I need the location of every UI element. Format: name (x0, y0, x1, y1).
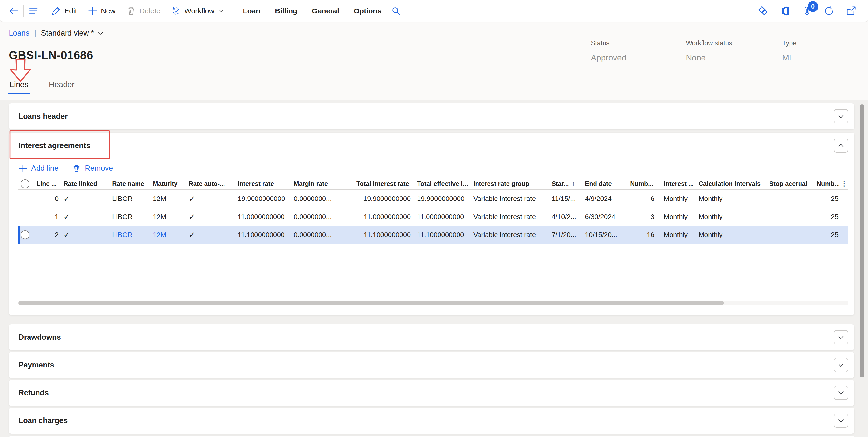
col-rate-linked[interactable]: Rate linked (61, 178, 110, 190)
cell-rate-linked[interactable]: ✓ (61, 226, 110, 244)
cell-total-interest-rate[interactable]: 11.0000000000 (354, 208, 413, 226)
cell-rate-name-link[interactable]: LIBOR (110, 226, 150, 244)
payments-head[interactable]: Payments (9, 352, 854, 378)
cell-interest-period[interactable]: Monthly (657, 208, 695, 226)
grid-horizontal-scrollbar[interactable] (18, 301, 848, 305)
select-all-header[interactable] (18, 178, 34, 190)
refunds-expand-button[interactable] (834, 386, 848, 400)
cell-rate-name[interactable]: LIBOR (110, 208, 150, 226)
cell-interest-rate[interactable]: 11.1000000000 (235, 226, 286, 244)
search-button[interactable] (389, 3, 403, 19)
cell-line-number[interactable]: 1 (34, 208, 61, 226)
cell-number-1[interactable]: 16 (628, 226, 657, 244)
col-margin-rate[interactable]: Margin rate (286, 178, 354, 190)
col-total-interest-rate[interactable]: Total interest rate (354, 178, 413, 190)
cell-start-date[interactable]: 7/1/20... (549, 226, 583, 244)
cell-number-2[interactable]: 25 (814, 190, 841, 208)
cell-total-effective[interactable]: 11.0000000000 (413, 208, 471, 226)
cell-maturity-link[interactable]: 12M (150, 226, 186, 244)
cell-rate-auto[interactable]: ✓ (186, 226, 235, 244)
col-calculation-intervals[interactable]: Calculation intervals (695, 178, 765, 190)
cell-interest-rate-group[interactable]: Variable interest rate (471, 190, 549, 208)
page-vertical-scrollbar-thumb[interactable] (860, 105, 864, 378)
menu-loan[interactable]: Loan (236, 3, 268, 19)
drawdowns-head[interactable]: Drawdowns (9, 324, 854, 350)
menu-billing[interactable]: Billing (268, 3, 305, 19)
row-radio[interactable] (21, 230, 30, 239)
col-start-date[interactable]: Star...↑ (549, 178, 583, 190)
cell-total-interest-rate[interactable]: 11.1000000000 (354, 226, 413, 244)
cell-rate-name[interactable]: LIBOR (110, 190, 150, 208)
cell-total-effective[interactable]: 19.9000000000 (413, 190, 471, 208)
grid-overflow-button[interactable]: ⋮ (841, 178, 848, 190)
interest-agreements-head[interactable]: Interest agreements (9, 133, 854, 158)
cell-maturity[interactable]: 12M (150, 190, 186, 208)
col-interest-period[interactable]: Interest ... (657, 178, 695, 190)
refresh-button[interactable] (822, 3, 836, 19)
cell-margin-rate[interactable]: 0.0000000... (286, 208, 354, 226)
cell-number-2[interactable]: 25 (814, 226, 841, 244)
cell-calculation-intervals[interactable]: Monthly (695, 226, 765, 244)
cell-total-effective[interactable]: 11.1000000000 (413, 226, 471, 244)
loans-header-head[interactable]: Loans header (9, 104, 854, 129)
office-apps-button[interactable] (778, 3, 793, 19)
col-number-2[interactable]: Numb... (814, 178, 841, 190)
col-rate-auto[interactable]: Rate auto-... (186, 178, 235, 190)
payments-expand-button[interactable] (834, 358, 848, 372)
tab-header[interactable]: Header (48, 79, 75, 94)
row-select-cell[interactable] (18, 226, 34, 244)
col-total-effective[interactable]: Total effective i... (413, 178, 471, 190)
cell-interest-rate-group[interactable]: Variable interest rate (471, 226, 549, 244)
col-maturity[interactable]: Maturity (150, 178, 186, 190)
cell-stop-accrual[interactable] (765, 226, 814, 244)
cell-line-number[interactable]: 2 (34, 226, 61, 244)
cell-interest-rate-group[interactable]: Variable interest rate (471, 208, 549, 226)
cell-start-date[interactable]: 4/10/2... (549, 208, 583, 226)
interest-agreements-collapse-button[interactable] (834, 139, 848, 153)
cell-number-2[interactable]: 25 (814, 208, 841, 226)
cell-rate-auto[interactable]: ✓ (186, 190, 235, 208)
col-end-date[interactable]: End date (583, 178, 628, 190)
new-button[interactable]: New (83, 3, 121, 19)
edit-button[interactable]: Edit (46, 3, 83, 19)
drawdowns-expand-button[interactable] (834, 330, 848, 344)
row-select-cell[interactable] (18, 208, 34, 226)
cell-margin-rate[interactable]: 0.0000000... (286, 190, 354, 208)
cell-rate-auto[interactable]: ✓ (186, 208, 235, 226)
open-in-new-window-button[interactable] (844, 3, 858, 19)
cell-start-date[interactable]: 11/15/... (549, 190, 583, 208)
col-stop-accrual[interactable]: Stop accrual (765, 178, 814, 190)
cell-calculation-intervals[interactable]: Monthly (695, 190, 765, 208)
cell-end-date[interactable]: 6/30/2024 (583, 208, 628, 226)
add-line-button[interactable]: Add line (19, 164, 59, 173)
breadcrumb-loans-link[interactable]: Loans (9, 29, 29, 37)
cell-stop-accrual[interactable] (765, 208, 814, 226)
refunds-head[interactable]: Refunds (9, 380, 854, 406)
back-button[interactable] (6, 3, 21, 19)
col-interest-rate-group[interactable]: Interest rate group (471, 178, 549, 190)
cell-calculation-intervals[interactable]: Monthly (695, 208, 765, 226)
remove-button[interactable]: Remove (72, 164, 113, 173)
menu-options[interactable]: Options (346, 3, 389, 19)
delete-button[interactable]: Delete (121, 3, 166, 19)
cell-rate-linked[interactable]: ✓ (61, 208, 110, 226)
col-number-1[interactable]: Numb... (628, 178, 657, 190)
cell-line-number[interactable]: 0 (34, 190, 61, 208)
cell-number-1[interactable]: 6 (628, 190, 657, 208)
cell-interest-period[interactable]: Monthly (657, 226, 695, 244)
cell-rate-linked[interactable]: ✓ (61, 190, 110, 208)
grid-horizontal-scrollbar-thumb[interactable] (18, 301, 724, 305)
cell-interest-rate[interactable]: 19.9000000000 (235, 190, 286, 208)
loan-charges-expand-button[interactable] (834, 414, 848, 428)
select-all-radio[interactable] (21, 179, 30, 188)
cell-stop-accrual[interactable] (765, 190, 814, 208)
cell-interest-rate[interactable]: 11.0000000000 (235, 208, 286, 226)
grid-row-2-selected[interactable]: 2 ✓ LIBOR 12M ✓ 11.1000000000 0.0000000.… (18, 226, 848, 244)
workflow-button[interactable]: Workflow (166, 3, 230, 19)
col-interest-rate[interactable]: Interest rate (235, 178, 286, 190)
cell-total-interest-rate[interactable]: 19.9000000000 (354, 190, 413, 208)
grid-row-0[interactable]: 0 ✓ LIBOR 12M ✓ 19.9000000000 0.0000000.… (18, 190, 848, 208)
cell-end-date[interactable]: 4/9/2024 (583, 190, 628, 208)
row-select-cell[interactable] (18, 190, 34, 208)
loan-charges-head[interactable]: Loan charges (9, 408, 854, 434)
